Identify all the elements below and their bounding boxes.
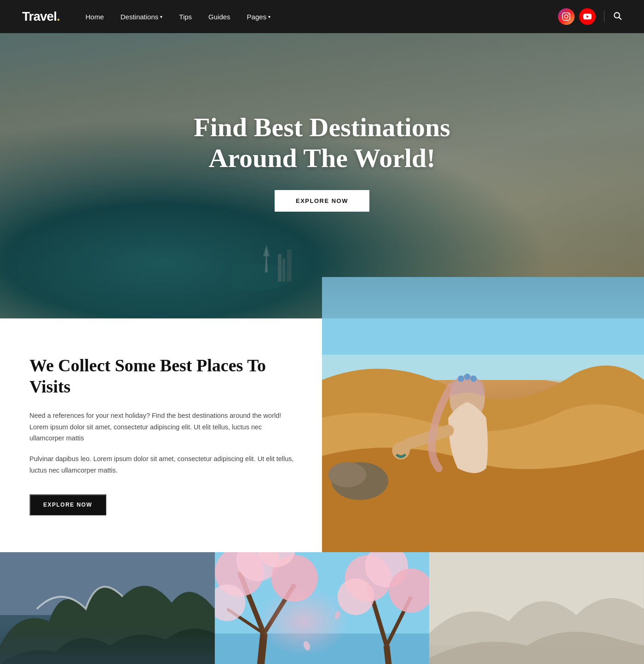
about-left-content: We Collect Some Best Places To Visits Ne… [0,318,322,552]
main-navigation: Travel. Home Destinations ▾ Tips Guides … [0,0,644,33]
hero-section: Find Best Destinations Around The World!… [0,33,644,318]
about-right-image [322,318,644,552]
nav-tips-label: Tips [179,13,192,21]
nav-guides-label: Guides [208,13,230,21]
hero-content: Find Best Destinations Around The World!… [0,33,644,318]
nav-item-home[interactable]: Home [86,13,104,21]
svg-rect-44 [429,552,644,664]
nav-item-pages[interactable]: Pages ▾ [247,13,271,21]
destination-card-1[interactable] [0,552,215,664]
svg-point-15 [471,375,477,382]
logo-text: Travel [22,9,57,23]
about-paragraph-2: Pulvinar dapibus leo. Lorem ipsum dolor … [29,453,296,476]
search-svg [613,11,622,20]
svg-point-14 [464,374,471,380]
destination-card-2[interactable] [215,552,430,664]
nav-right-actions [558,8,622,25]
logo-dot: . [57,9,60,23]
svg-point-39 [334,611,341,620]
youtube-button[interactable] [579,8,596,25]
nav-destinations-label: Destinations [121,13,159,21]
chevron-down-icon-pages: ▾ [268,14,270,19]
card-1-image [0,552,215,664]
card-1-background [0,552,215,664]
svg-rect-18 [0,615,215,664]
nav-links: Home Destinations ▾ Tips Guides Pages ▾ [86,13,558,21]
nav-pages-label: Pages [247,13,267,21]
svg-point-37 [337,578,374,615]
card-3-image [429,552,644,664]
svg-point-11 [328,462,366,487]
instagram-icon [562,12,570,21]
site-logo[interactable]: Travel. [22,9,60,24]
destination-cards-section [0,552,644,664]
about-section: We Collect Some Best Places To Visits Ne… [0,318,644,552]
youtube-icon [583,12,592,21]
hero-title: Find Best Destinations Around The World! [161,112,483,173]
destination-card-3[interactable] [429,552,644,664]
chevron-down-icon: ▾ [160,14,162,19]
card-2-image [215,552,430,664]
svg-point-38 [302,640,311,652]
search-icon[interactable] [613,11,622,23]
card-2-background [215,552,430,664]
card-3-background [429,552,644,664]
hero-explore-button[interactable]: EXPLORE NOW [275,190,369,212]
nav-item-destinations[interactable]: Destinations ▾ [121,13,163,21]
about-explore-button[interactable]: EXPLORE NOW [29,494,106,515]
nav-item-tips[interactable]: Tips [179,13,192,21]
nav-home-label: Home [86,13,104,21]
svg-line-1 [619,17,621,19]
about-title: We Collect Some Best Places To Visits [29,355,296,397]
nav-item-guides[interactable]: Guides [208,13,230,21]
svg-point-13 [458,375,464,382]
nav-divider [604,11,604,22]
about-paragraph-1: Need a references for your next holiday?… [29,410,296,444]
instagram-button[interactable] [558,8,575,25]
